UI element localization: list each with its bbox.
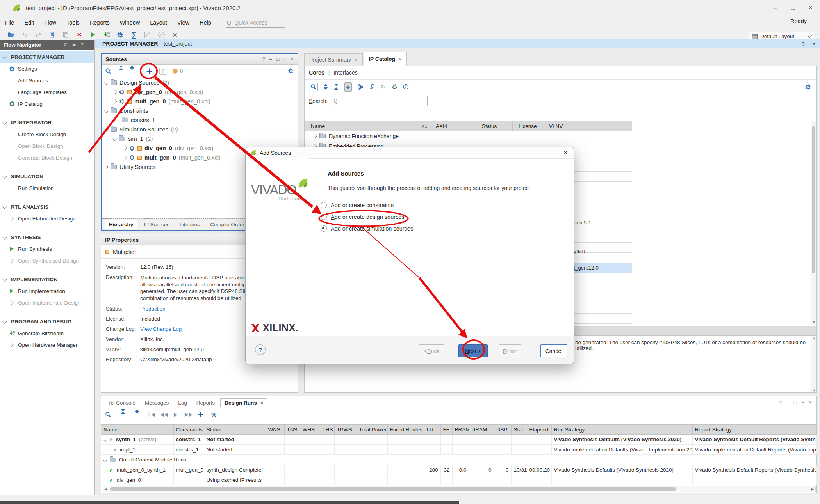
horizontal-scrollbar[interactable]: ◀ ▶ — [103, 486, 816, 492]
menu-window[interactable]: Window — [115, 16, 145, 30]
percent-icon[interactable]: % — [211, 411, 216, 418]
tree-item-simulation-sources[interactable]: Simulation Sources(2) — [102, 125, 298, 134]
help-icon[interactable]: ? — [779, 400, 782, 405]
col-status[interactable]: Status — [476, 121, 513, 131]
help-icon[interactable]: ? — [802, 41, 804, 47]
search-icon[interactable] — [309, 83, 318, 91]
sidebar-item-run-synthesis[interactable]: Run Synthesis — [0, 243, 94, 255]
sort-icon[interactable]: ≑ — [72, 42, 76, 48]
close-icon[interactable]: × — [812, 41, 815, 47]
play-run-icon[interactable]: ▶ — [174, 412, 178, 417]
collapse-panel-icon[interactable]: ⇵ — [64, 42, 68, 48]
close-panel-icon[interactable]: × — [809, 400, 812, 405]
col-license[interactable]: License — [513, 121, 543, 131]
help-icon[interactable]: ? — [81, 42, 84, 48]
menu-edit[interactable]: Edit — [19, 16, 39, 30]
status-link[interactable]: Production — [140, 306, 166, 312]
menu-flow[interactable]: Flow — [39, 16, 61, 30]
run-group-out-of-context[interactable]: Out-of-Context Module Runs — [101, 455, 817, 465]
next-button[interactable]: Next > — [458, 344, 488, 357]
section-program-and-debug[interactable]: PROGRAM AND DEBUG — [0, 316, 94, 327]
run-row-mult-gen-0-synth-1[interactable]: ✓mult_gen_0_synth_1 mult_gen_0 synth_des… — [101, 465, 817, 475]
scroll-down-icon[interactable]: ▼ — [811, 389, 817, 392]
dialog-close-icon[interactable]: ✕ — [563, 149, 568, 156]
search-icon[interactable] — [105, 68, 111, 76]
sidebar-item-settings[interactable]: Settings — [0, 63, 94, 75]
tab-messages[interactable]: Messages — [141, 399, 173, 407]
tab-ip-catalog[interactable]: IP Catalog — [364, 52, 407, 66]
create-run-plus-icon[interactable] — [198, 412, 203, 419]
subtab-cores[interactable]: Cores — [309, 69, 324, 76]
scrollbar-thumb[interactable] — [110, 487, 676, 491]
maximize-button[interactable]: □ — [787, 3, 799, 12]
run-icon[interactable] — [89, 31, 97, 39]
col-name[interactable]: Name∧1 — [305, 121, 430, 131]
cancel-run-icon[interactable]: × — [75, 31, 83, 39]
tree-item-constraints[interactable]: Constraints — [102, 106, 298, 115]
view-change-log-link[interactable]: View Change Log — [140, 326, 182, 332]
collapse-all-icon[interactable] — [323, 84, 328, 90]
search-icon[interactable] — [105, 412, 111, 419]
scroll-left-icon[interactable]: ◀ — [103, 487, 109, 491]
radio-selected-icon[interactable] — [321, 225, 327, 232]
minimize-panel-icon[interactable]: – — [88, 42, 91, 48]
settings-gear-icon[interactable] — [805, 84, 811, 90]
sidebar-item-ip-catalog[interactable]: IP Catalog — [0, 98, 94, 110]
redo-icon[interactable] — [34, 31, 42, 39]
tab-libraries[interactable]: Libraries — [176, 220, 204, 229]
tree-item-design-sources[interactable]: Design Sources(2) — [102, 78, 298, 87]
open-project-icon[interactable] — [7, 31, 15, 39]
tree-item-constrs-1[interactable]: constrs_1 — [102, 115, 298, 125]
menu-tools[interactable]: Tools — [61, 16, 85, 30]
status-dot-icon[interactable] — [173, 69, 178, 74]
tab-compile-order[interactable]: Compile Order — [206, 220, 248, 229]
menu-view[interactable]: View — [172, 16, 194, 30]
vlnv-fragment-selected[interactable]: t_gen:12.0 — [574, 265, 599, 271]
tab-reports[interactable]: Reports — [193, 399, 219, 407]
catalog-search-input[interactable]: Q- — [331, 96, 428, 106]
sidebar-item-run-simulation[interactable]: Run Simulation — [0, 182, 94, 194]
report-utilization-icon[interactable]: ∑ — [130, 31, 138, 39]
radio-icon[interactable] — [321, 214, 327, 220]
report-icon[interactable] — [48, 31, 56, 39]
details-scrollbar[interactable]: ▲ ▼ — [811, 336, 817, 393]
dialog-titlebar[interactable]: Add Sources ✕ — [246, 147, 574, 159]
catalog-row-dfx[interactable]: Dynamic Function eXchange — [305, 131, 399, 141]
menu-file[interactable]: File — [0, 16, 19, 30]
run-row-div-gen-0[interactable]: ✓div_gen_0 Using cached IP results — [101, 475, 817, 485]
tab-ip-sources[interactable]: IP Sources — [140, 220, 173, 229]
minimize-panel-icon[interactable]: – — [269, 57, 272, 62]
scroll-right-icon[interactable]: ▶ — [810, 487, 815, 491]
section-ip-integrator[interactable]: IP INTEGRATOR — [0, 117, 94, 128]
tree-item-mult-gen-0[interactable]: mult_gen_0(mult_gen_0.xci) — [102, 97, 298, 106]
close-icon[interactable] — [355, 57, 358, 63]
tab-log[interactable]: Log — [174, 399, 191, 407]
settings-gear-icon[interactable] — [288, 68, 294, 75]
hierarchy-icon[interactable] — [357, 84, 364, 90]
sidebar-item-open-elaborated-design[interactable]: Open Elaborated Design — [0, 213, 94, 224]
tab-tcl-console[interactable]: Tcl Console — [104, 399, 139, 407]
paste-icon[interactable] — [62, 31, 70, 39]
sidebar-item-open-hardware-manager[interactable]: Open Hardware Manager — [0, 339, 94, 351]
float-panel-icon[interactable]: ⌐ — [283, 57, 286, 62]
catalog-scrollbar[interactable]: ▼ — [811, 121, 816, 325]
undo-icon[interactable] — [21, 31, 29, 39]
run-row-synth-1[interactable]: synth_1(active) constrs_1 Not started Vi… — [101, 435, 817, 445]
section-synthesis[interactable]: SYNTHESIS — [0, 231, 94, 243]
col-vlnv[interactable]: VLNV — [543, 121, 632, 131]
section-rtl-analysis[interactable]: RTL ANALYSIS — [0, 201, 94, 213]
quick-access-input[interactable]: Q- Quick Access — [226, 18, 285, 28]
tree-item-sim-1[interactable]: sim_1(2) — [102, 134, 298, 144]
scroll-down-icon[interactable]: ▼ — [811, 320, 816, 324]
maximize-panel-icon[interactable]: □ — [276, 57, 280, 62]
tab-design-runs[interactable]: Design Runs — [220, 398, 267, 407]
cancel-button[interactable]: Cancel — [540, 344, 567, 357]
radio-add-design-sources[interactable]: Add or create design sources — [321, 214, 405, 220]
radio-add-simulation-sources[interactable]: Add or create simulation sources — [321, 225, 413, 232]
menu-help[interactable]: Help — [194, 16, 216, 30]
section-project-manager[interactable]: PROJECT MANAGER — [0, 51, 94, 63]
close-panel-icon[interactable]: × — [291, 57, 294, 62]
minimize-panel-icon[interactable]: – — [786, 400, 789, 405]
info-icon[interactable] — [403, 84, 409, 90]
run-row-impl-1[interactable]: impl_1 constrs_1 Not started Vivado Impl… — [101, 445, 817, 455]
